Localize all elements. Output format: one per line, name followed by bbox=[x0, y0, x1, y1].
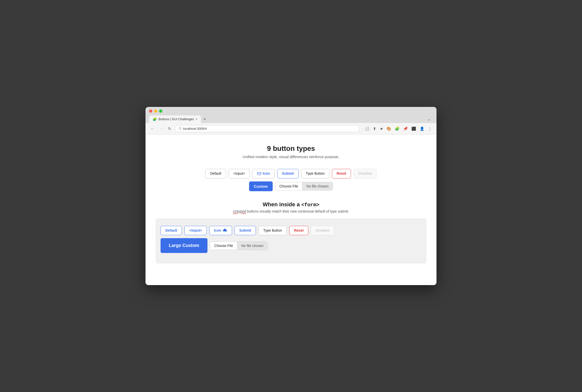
extension-icon[interactable]: 🎨 bbox=[385, 125, 393, 132]
refresh-button[interactable]: ↻ bbox=[167, 125, 173, 132]
form-choose-file-button[interactable]: Choose File bbox=[210, 242, 237, 250]
url-bar[interactable]: ⓘ localhost:3000/# bbox=[175, 125, 359, 132]
svg-rect-0 bbox=[257, 172, 261, 175]
untyped-text: Untyped bbox=[233, 209, 246, 213]
nav-bar: ← → ↻ ⓘ localhost:3000/# ⬜ ⬆ ★ 🎨 🧩 📌 ⬛ 👤… bbox=[145, 123, 436, 135]
bookmark-icon[interactable]: ★ bbox=[379, 125, 384, 132]
tab-favicon: 🧩 bbox=[153, 117, 157, 121]
mail-icon bbox=[257, 172, 261, 175]
form-disabled-button: Disabled bbox=[311, 226, 334, 235]
form-icon-button[interactable]: Icon bbox=[209, 226, 232, 235]
icon-button[interactable]: Icon bbox=[252, 169, 275, 178]
form-custom-row: Large Custom Choose File No file chosen bbox=[161, 238, 421, 253]
form-title-prefix: When inside a bbox=[263, 201, 301, 208]
sidebar-icon[interactable]: ⬛ bbox=[410, 125, 417, 132]
input-button[interactable]: <input> bbox=[229, 169, 250, 178]
back-button[interactable]: ← bbox=[149, 125, 156, 132]
browser-tab[interactable]: 🧩 Buttons | GUI Challenges × bbox=[149, 115, 201, 123]
traffic-light-maximize[interactable] bbox=[159, 109, 162, 113]
nav-actions: ⬜ ⬆ ★ 🎨 🧩 📌 ⬛ 👤 ⋮ bbox=[363, 125, 433, 132]
tab-bar: 🧩 Buttons | GUI Challenges × + ⌄ bbox=[149, 115, 433, 123]
form-section: Default <input> Icon Submit Type Button bbox=[156, 218, 426, 264]
page-content: 9 button types Unified modern style, vis… bbox=[145, 135, 436, 285]
pin-icon[interactable]: 📌 bbox=[402, 125, 409, 132]
top-custom-row: Custom Choose File No file chosen bbox=[151, 181, 431, 191]
disabled-button: Disabled bbox=[353, 169, 377, 178]
tab-label: Buttons | GUI Challenges bbox=[159, 117, 194, 121]
tab-close-button[interactable]: × bbox=[196, 117, 197, 121]
form-section-title: When inside a <form> bbox=[151, 201, 431, 208]
chrome-bar: 🧩 Buttons | GUI Challenges × + ⌄ bbox=[145, 107, 436, 123]
choose-file-button[interactable]: Choose File bbox=[275, 182, 303, 190]
external-link-icon[interactable]: ⬜ bbox=[363, 125, 371, 132]
new-tab-button[interactable]: + bbox=[201, 115, 209, 123]
cloud-icon bbox=[223, 229, 227, 232]
custom-button[interactable]: Custom bbox=[249, 181, 273, 191]
no-file-chosen-text: No file chosen bbox=[302, 182, 333, 190]
large-custom-button[interactable]: Large Custom bbox=[161, 238, 207, 253]
form-input-button[interactable]: <input> bbox=[184, 226, 207, 235]
page-subtitle: Unified modern style, visual differences… bbox=[151, 155, 431, 159]
submit-button[interactable]: Submit bbox=[277, 169, 299, 178]
forward-button[interactable]: → bbox=[158, 125, 165, 132]
form-button-row: Default <input> Icon Submit Type Button bbox=[161, 226, 421, 235]
puzzle-icon[interactable]: 🧩 bbox=[394, 125, 401, 132]
subtitle-rest: buttons visually match their new context… bbox=[247, 209, 349, 213]
traffic-lights bbox=[149, 109, 433, 113]
form-file-input-group: Choose File No file chosen bbox=[210, 241, 268, 250]
form-default-button[interactable]: Default bbox=[161, 226, 182, 235]
share-icon[interactable]: ⬆ bbox=[372, 125, 378, 132]
top-button-row: Default <input> Icon Submit Type Button … bbox=[151, 169, 431, 178]
menu-icon[interactable]: ⋮ bbox=[427, 125, 433, 132]
default-button[interactable]: Default bbox=[205, 169, 226, 178]
profile-icon[interactable]: 👤 bbox=[418, 125, 426, 132]
form-section-subtitle: Untyped buttons visually match their new… bbox=[151, 209, 431, 213]
file-input-group: Choose File No file chosen bbox=[275, 182, 333, 190]
form-title-tag: <form> bbox=[301, 202, 319, 208]
tab-menu-button[interactable]: ⌄ bbox=[425, 115, 433, 123]
url-security-icon: ⓘ bbox=[179, 126, 182, 131]
url-text: localhost:3000/# bbox=[183, 127, 207, 130]
traffic-light-minimize[interactable] bbox=[154, 109, 157, 113]
form-submit-button[interactable]: Submit bbox=[235, 226, 256, 235]
browser-window: 🧩 Buttons | GUI Challenges × + ⌄ ← → ↻ ⓘ… bbox=[145, 107, 436, 285]
traffic-light-close[interactable] bbox=[149, 109, 152, 113]
page-title: 9 button types bbox=[151, 145, 431, 153]
type-button[interactable]: Type Button bbox=[301, 169, 329, 178]
form-no-file-chosen-text: No file chosen bbox=[237, 242, 268, 250]
form-section-header: When inside a <form> Untyped buttons vis… bbox=[151, 201, 431, 213]
page-header: 9 button types Unified modern style, vis… bbox=[151, 145, 431, 159]
form-type-button[interactable]: Type Button bbox=[258, 226, 287, 235]
reset-button[interactable]: Reset bbox=[332, 169, 351, 178]
form-reset-button[interactable]: Reset bbox=[289, 226, 308, 235]
